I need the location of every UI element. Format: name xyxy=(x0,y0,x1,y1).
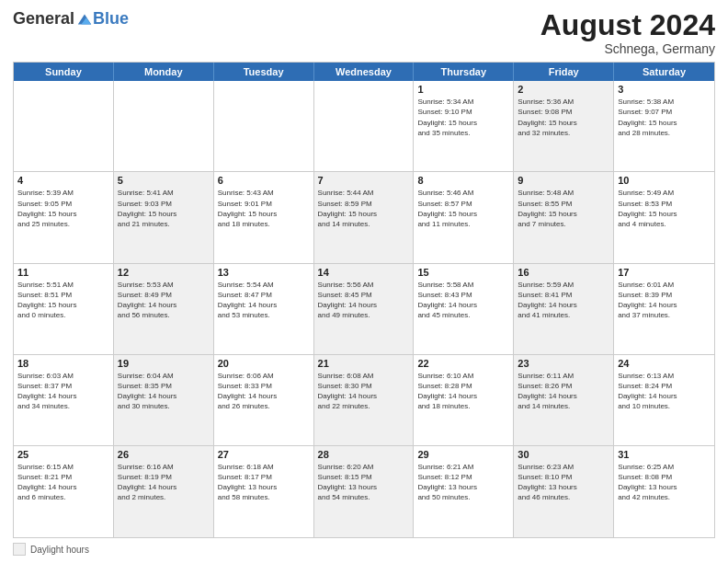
day-number: 23 xyxy=(518,358,609,369)
title-block: August 2024 Schnega, Germany xyxy=(540,9,715,56)
header-thursday: Thursday xyxy=(414,63,514,81)
month-year: August 2024 xyxy=(540,9,715,41)
day-cell-1-3 xyxy=(214,81,314,171)
day-cell-2-3: 6Sunrise: 5:43 AM Sunset: 9:01 PM Daylig… xyxy=(214,172,314,262)
day-cell-4-3: 20Sunrise: 6:06 AM Sunset: 8:33 PM Dayli… xyxy=(214,355,314,445)
day-number: 31 xyxy=(618,449,711,460)
day-cell-2-7: 10Sunrise: 5:49 AM Sunset: 8:53 PM Dayli… xyxy=(614,172,714,262)
day-cell-3-7: 17Sunrise: 6:01 AM Sunset: 8:39 PM Dayli… xyxy=(614,264,714,354)
day-number: 3 xyxy=(618,84,711,95)
day-number: 10 xyxy=(618,175,711,186)
day-number: 2 xyxy=(518,84,609,95)
day-number: 15 xyxy=(417,267,509,278)
week-3: 11Sunrise: 5:51 AM Sunset: 8:51 PM Dayli… xyxy=(14,264,714,355)
header: General Blue August 2024 Schnega, German… xyxy=(13,9,715,56)
day-detail: Sunrise: 5:36 AM Sunset: 9:08 PM Dayligh… xyxy=(518,97,609,138)
day-detail: Sunrise: 5:41 AM Sunset: 9:03 PM Dayligh… xyxy=(118,188,210,229)
day-detail: Sunrise: 6:16 AM Sunset: 8:19 PM Dayligh… xyxy=(118,462,210,503)
header-tuesday: Tuesday xyxy=(214,63,314,81)
day-number: 9 xyxy=(518,175,609,186)
day-detail: Sunrise: 5:44 AM Sunset: 8:59 PM Dayligh… xyxy=(318,188,410,229)
day-cell-2-1: 4Sunrise: 5:39 AM Sunset: 9:05 PM Daylig… xyxy=(14,172,114,262)
day-cell-5-4: 28Sunrise: 6:20 AM Sunset: 8:15 PM Dayli… xyxy=(314,446,415,537)
header-wednesday: Wednesday xyxy=(314,63,415,81)
footer: Daylight hours xyxy=(13,543,715,556)
day-cell-1-1 xyxy=(14,81,114,171)
day-cell-4-5: 22Sunrise: 6:10 AM Sunset: 8:28 PM Dayli… xyxy=(414,355,514,445)
day-number: 12 xyxy=(118,267,210,278)
day-detail: Sunrise: 5:34 AM Sunset: 9:10 PM Dayligh… xyxy=(417,97,509,138)
day-cell-2-5: 8Sunrise: 5:46 AM Sunset: 8:57 PM Daylig… xyxy=(414,172,514,262)
day-detail: Sunrise: 5:38 AM Sunset: 9:07 PM Dayligh… xyxy=(618,97,711,138)
day-detail: Sunrise: 5:46 AM Sunset: 8:57 PM Dayligh… xyxy=(417,188,509,229)
page: General Blue August 2024 Schnega, German… xyxy=(0,0,728,563)
day-detail: Sunrise: 5:54 AM Sunset: 8:47 PM Dayligh… xyxy=(218,280,310,321)
day-cell-2-2: 5Sunrise: 5:41 AM Sunset: 9:03 PM Daylig… xyxy=(114,172,214,262)
day-detail: Sunrise: 5:58 AM Sunset: 8:43 PM Dayligh… xyxy=(417,280,509,321)
day-cell-4-4: 21Sunrise: 6:08 AM Sunset: 8:30 PM Dayli… xyxy=(314,355,415,445)
day-cell-5-1: 25Sunrise: 6:15 AM Sunset: 8:21 PM Dayli… xyxy=(14,446,114,537)
day-detail: Sunrise: 6:10 AM Sunset: 8:28 PM Dayligh… xyxy=(417,371,509,412)
day-number: 22 xyxy=(417,358,509,369)
day-number: 13 xyxy=(218,267,310,278)
day-cell-3-2: 12Sunrise: 5:53 AM Sunset: 8:49 PM Dayli… xyxy=(114,264,214,354)
day-detail: Sunrise: 5:43 AM Sunset: 9:01 PM Dayligh… xyxy=(218,188,310,229)
day-number: 16 xyxy=(518,267,609,278)
logo-icon xyxy=(76,11,93,28)
header-sunday: Sunday xyxy=(14,63,114,81)
day-cell-4-2: 19Sunrise: 6:04 AM Sunset: 8:35 PM Dayli… xyxy=(114,355,214,445)
logo: General Blue xyxy=(13,9,129,29)
day-number: 18 xyxy=(17,358,109,369)
logo-text: General Blue xyxy=(13,9,129,29)
day-detail: Sunrise: 5:39 AM Sunset: 9:05 PM Dayligh… xyxy=(17,188,109,229)
day-cell-1-6: 2Sunrise: 5:36 AM Sunset: 9:08 PM Daylig… xyxy=(514,81,614,171)
day-number: 28 xyxy=(318,449,410,460)
day-number: 17 xyxy=(618,267,711,278)
day-detail: Sunrise: 6:18 AM Sunset: 8:17 PM Dayligh… xyxy=(218,462,310,503)
calendar: Sunday Monday Tuesday Wednesday Thursday… xyxy=(13,62,715,538)
day-detail: Sunrise: 6:25 AM Sunset: 8:08 PM Dayligh… xyxy=(618,462,711,503)
day-number: 25 xyxy=(17,449,109,460)
week-4: 18Sunrise: 6:03 AM Sunset: 8:37 PM Dayli… xyxy=(14,355,714,446)
day-number: 11 xyxy=(17,267,109,278)
day-cell-1-7: 3Sunrise: 5:38 AM Sunset: 9:07 PM Daylig… xyxy=(614,81,714,171)
day-detail: Sunrise: 6:06 AM Sunset: 8:33 PM Dayligh… xyxy=(218,371,310,412)
day-cell-5-6: 30Sunrise: 6:23 AM Sunset: 8:10 PM Dayli… xyxy=(514,446,614,537)
day-number: 24 xyxy=(618,358,711,369)
day-number: 30 xyxy=(518,449,609,460)
day-number: 8 xyxy=(417,175,509,186)
day-cell-3-3: 13Sunrise: 5:54 AM Sunset: 8:47 PM Dayli… xyxy=(214,264,314,354)
day-cell-5-2: 26Sunrise: 6:16 AM Sunset: 8:19 PM Dayli… xyxy=(114,446,214,537)
day-detail: Sunrise: 5:51 AM Sunset: 8:51 PM Dayligh… xyxy=(17,280,109,321)
day-number: 1 xyxy=(417,84,509,95)
day-detail: Sunrise: 6:11 AM Sunset: 8:26 PM Dayligh… xyxy=(518,371,609,412)
day-cell-1-4 xyxy=(314,81,415,171)
day-cell-5-5: 29Sunrise: 6:21 AM Sunset: 8:12 PM Dayli… xyxy=(414,446,514,537)
day-cell-2-6: 9Sunrise: 5:48 AM Sunset: 8:55 PM Daylig… xyxy=(514,172,614,262)
day-detail: Sunrise: 5:53 AM Sunset: 8:49 PM Dayligh… xyxy=(118,280,210,321)
day-number: 7 xyxy=(318,175,410,186)
daylight-legend-box xyxy=(13,543,26,556)
location: Schnega, Germany xyxy=(540,41,715,56)
day-detail: Sunrise: 5:56 AM Sunset: 8:45 PM Dayligh… xyxy=(318,280,410,321)
day-detail: Sunrise: 6:03 AM Sunset: 8:37 PM Dayligh… xyxy=(17,371,109,412)
day-number: 20 xyxy=(218,358,310,369)
week-2: 4Sunrise: 5:39 AM Sunset: 9:05 PM Daylig… xyxy=(14,172,714,263)
calendar-body: 1Sunrise: 5:34 AM Sunset: 9:10 PM Daylig… xyxy=(14,81,714,537)
day-cell-3-6: 16Sunrise: 5:59 AM Sunset: 8:41 PM Dayli… xyxy=(514,264,614,354)
day-detail: Sunrise: 6:01 AM Sunset: 8:39 PM Dayligh… xyxy=(618,280,711,321)
day-detail: Sunrise: 5:49 AM Sunset: 8:53 PM Dayligh… xyxy=(618,188,711,229)
day-number: 14 xyxy=(318,267,410,278)
day-detail: Sunrise: 5:59 AM Sunset: 8:41 PM Dayligh… xyxy=(518,280,609,321)
calendar-header: Sunday Monday Tuesday Wednesday Thursday… xyxy=(14,63,714,81)
day-detail: Sunrise: 6:13 AM Sunset: 8:24 PM Dayligh… xyxy=(618,371,711,412)
day-detail: Sunrise: 6:04 AM Sunset: 8:35 PM Dayligh… xyxy=(118,371,210,412)
day-detail: Sunrise: 6:21 AM Sunset: 8:12 PM Dayligh… xyxy=(417,462,509,503)
day-number: 4 xyxy=(17,175,109,186)
day-cell-1-2 xyxy=(114,81,214,171)
day-cell-5-3: 27Sunrise: 6:18 AM Sunset: 8:17 PM Dayli… xyxy=(214,446,314,537)
day-cell-4-1: 18Sunrise: 6:03 AM Sunset: 8:37 PM Dayli… xyxy=(14,355,114,445)
day-detail: Sunrise: 6:20 AM Sunset: 8:15 PM Dayligh… xyxy=(318,462,410,503)
day-cell-3-4: 14Sunrise: 5:56 AM Sunset: 8:45 PM Dayli… xyxy=(314,264,415,354)
day-detail: Sunrise: 6:15 AM Sunset: 8:21 PM Dayligh… xyxy=(17,462,109,503)
